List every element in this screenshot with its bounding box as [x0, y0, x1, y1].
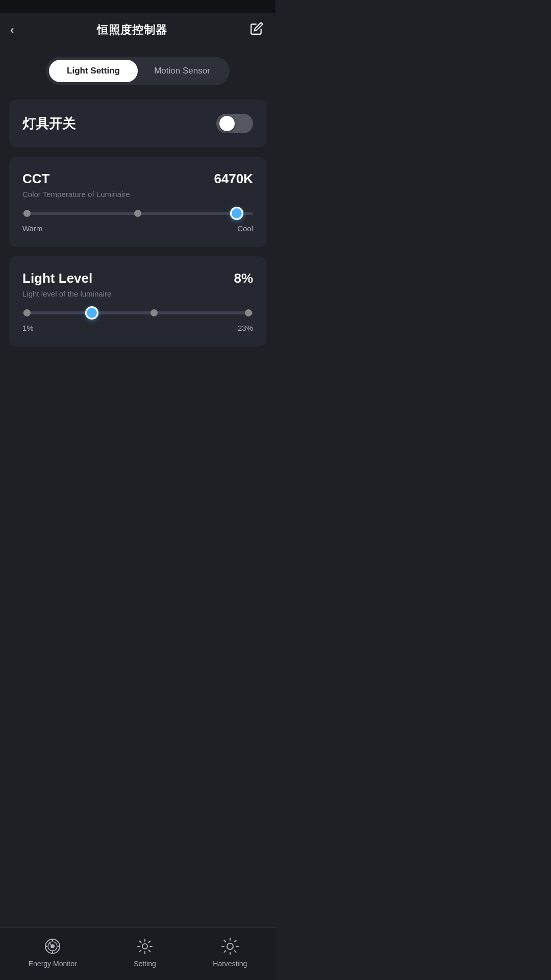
light-level-title: Light Level [22, 271, 92, 286]
light-level-thumb[interactable] [85, 306, 98, 320]
toggle-knob [219, 116, 235, 131]
cct-dot-mid [134, 210, 141, 217]
light-level-card: Light Level 8% Light level of the lumina… [9, 256, 266, 347]
light-dot-start [23, 309, 31, 316]
status-bar [0, 0, 276, 13]
light-switch-card: 灯具开关 [9, 100, 266, 148]
light-level-slider[interactable] [22, 309, 253, 316]
header: ‹ 恒照度控制器 [0, 13, 276, 47]
tab-bar: Light Setting Motion Sensor [46, 57, 230, 85]
cct-thumb[interactable] [230, 207, 243, 220]
cct-cool-label: Cool [237, 224, 253, 233]
cct-subtitle: Color Temperature of Luminaire [22, 190, 253, 199]
light-level-min-label: 1% [22, 324, 34, 332]
back-button[interactable]: ‹ [10, 23, 14, 37]
tab-light-setting[interactable]: Light Setting [49, 60, 138, 82]
light-dot-mid [151, 309, 158, 316]
cct-title: CCT [22, 171, 49, 187]
page-title: 恒照度控制器 [97, 22, 167, 38]
light-level-max-label: 23% [238, 324, 253, 332]
cct-warm-label: Warm [22, 224, 42, 233]
light-level-subtitle: Light level of the luminaire [22, 289, 253, 298]
cct-card: CCT 6470K Color Temperature of Luminaire… [9, 157, 266, 247]
light-level-value: 8% [234, 271, 253, 286]
cct-value: 6470K [214, 171, 253, 187]
light-dot-end [245, 309, 252, 316]
light-switch-toggle[interactable] [216, 114, 253, 133]
edit-button[interactable] [250, 22, 263, 38]
light-switch-label: 灯具开关 [22, 115, 76, 133]
cct-dot-start [23, 210, 31, 217]
cct-slider[interactable] [22, 210, 253, 217]
light-level-slider-track [22, 311, 253, 314]
tab-motion-sensor[interactable]: Motion Sensor [138, 60, 227, 82]
